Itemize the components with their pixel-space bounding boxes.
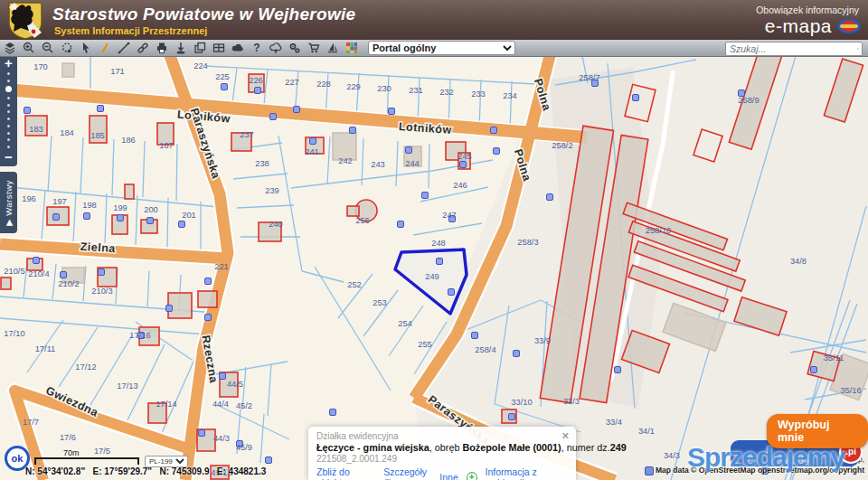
layers-panel-tab[interactable]: ▶ Warstwy — [0, 172, 17, 233]
parcel-label: 33/4 — [606, 418, 622, 427]
search-box — [725, 42, 863, 56]
address-point-icon — [389, 108, 395, 115]
plus-circle-icon[interactable]: + — [467, 472, 477, 480]
parcel-label: 210/2 — [58, 279, 79, 288]
zoom-in-button[interactable]: + — [0, 56, 17, 71]
parcel-label: 17/12 — [75, 362, 96, 372]
3d-view-icon[interactable] — [323, 41, 342, 55]
settings-icon[interactable] — [285, 41, 304, 55]
coordinates-readout: N: 54°34'02.8" E: 17°59'29.7" N: 745309.… — [25, 466, 266, 476]
svg-text:?: ? — [253, 42, 259, 54]
map-toolbar: ? Portal ogólny — [0, 40, 868, 57]
other-link[interactable]: Inne — [439, 472, 458, 480]
app-header: Starostwo Powiatowe w Wejherowie System … — [0, 0, 868, 40]
cloud-shape-icon[interactable] — [228, 41, 247, 55]
table-icon[interactable] — [209, 41, 228, 55]
parcel-label: 247 — [442, 211, 457, 220]
parcel-label: 234 — [503, 91, 517, 100]
parcel-label: 239 — [265, 186, 279, 195]
copy-view-icon[interactable] — [190, 41, 209, 55]
parcel-label: 221 — [214, 262, 229, 271]
info-obligation-link[interactable]: Obowiązek informacyjny — [756, 5, 859, 15]
parcel-identifier: 221508_2.0001.249 — [316, 454, 568, 464]
parcel-label: 44/4 — [212, 400, 229, 409]
parcel-label: 17/6 — [60, 433, 76, 442]
parcel-label: 224 — [193, 61, 208, 71]
help-icon[interactable]: ? — [247, 41, 266, 55]
parcel-label: 227 — [285, 78, 299, 87]
address-point-icon — [514, 351, 520, 357]
parcel-label: 244 — [405, 159, 420, 168]
link-icon[interactable] — [133, 41, 152, 55]
parcel-label: 200 — [144, 205, 158, 214]
parcel-label: 258/7 — [579, 73, 599, 82]
parcel-label: 248 — [431, 239, 446, 248]
scale-bar — [34, 457, 139, 465]
parcel-label: 34/1 — [638, 427, 655, 436]
address-point-icon — [118, 215, 124, 221]
emapa-logo-icon — [837, 18, 861, 34]
layers-icon[interactable] — [0, 41, 19, 55]
address-point-icon — [99, 269, 105, 276]
popup-kind-label: Działka ewidencyjna — [316, 431, 568, 441]
download-point-icon[interactable] — [171, 41, 190, 55]
address-point-icon — [422, 193, 429, 199]
select-area-icon[interactable] — [57, 41, 76, 55]
try-me-button[interactable]: Wypróbuj mnie — [767, 414, 868, 448]
parcel-label: 185 — [90, 131, 105, 140]
parcel-label: 241 — [305, 147, 319, 156]
page-subtitle: System Informacji Przestrzennej — [54, 25, 207, 36]
zoom-in-icon[interactable] — [19, 41, 38, 55]
address-point-icon — [222, 84, 228, 90]
address-point-icon — [472, 333, 478, 339]
search-icon[interactable] — [857, 43, 859, 54]
parcel-label: 237 — [240, 130, 254, 139]
parcel-label: 45/2 — [236, 401, 252, 410]
parcel-label: 186 — [121, 136, 136, 145]
address-point-icon — [61, 272, 67, 278]
parcel-label: 33/10 — [511, 398, 532, 407]
parcel-label: 183 — [29, 125, 43, 134]
address-point-icon — [460, 162, 467, 168]
portal-select[interactable]: Portal ogólny — [368, 41, 515, 55]
parcel-label: 17/11 — [35, 344, 56, 353]
close-icon[interactable]: ✕ — [561, 430, 570, 442]
parcel-label: 17/7 — [23, 418, 39, 427]
address-point-icon — [294, 107, 300, 113]
parcel-label: 253 — [373, 298, 387, 307]
address-point-icon — [84, 213, 90, 220]
cart-icon[interactable] — [304, 41, 323, 55]
address-point-icon — [350, 127, 356, 134]
address-point-icon — [166, 306, 173, 312]
parcel-label: 184 — [60, 128, 74, 137]
popup-actions: Zbliż do obiektu Szczegóły (i) Inne + In… — [316, 466, 568, 480]
popup-title: Łęczyce - gmina wiejska, obręb Bożepole … — [316, 442, 568, 453]
parcel-label: 44/3 — [213, 434, 230, 443]
address-point-icon — [494, 148, 500, 155]
parcel-label: 225 — [215, 72, 230, 81]
county-crest — [7, 2, 43, 39]
zoom-out-button[interactable]: − — [0, 150, 17, 165]
emapa-brand: e-mapa — [765, 15, 832, 37]
zoom-out-icon[interactable] — [38, 41, 57, 55]
zoom-to-object-link[interactable]: Zbliż do obiektu — [316, 466, 375, 480]
print-icon[interactable] — [152, 41, 171, 55]
details-link[interactable]: Szczegóły (i) — [383, 466, 431, 480]
pointer-icon[interactable] — [76, 41, 95, 55]
map-canvas[interactable]: 1701712242252262272282292302312322332342… — [0, 0, 868, 480]
cloud-upload-icon[interactable] — [266, 41, 285, 55]
registry-info-link[interactable]: Informacja z ewidencji — [486, 466, 568, 480]
measure-icon[interactable] — [95, 41, 114, 55]
scale-label: 70m — [63, 448, 80, 457]
draw-line-icon[interactable] — [114, 41, 133, 55]
legend-colors-icon[interactable] — [342, 41, 361, 55]
zoom-slider[interactable] — [0, 71, 17, 150]
address-point-icon — [199, 430, 205, 437]
address-point-icon — [547, 194, 553, 201]
address-point-icon — [330, 409, 336, 416]
parcel-label: 35/16 — [840, 386, 861, 395]
parcel-label: 255 — [418, 340, 432, 349]
search-input[interactable] — [726, 43, 857, 54]
app-window: 1701712242252262272282292302312322332342… — [0, 0, 868, 480]
address-point-icon — [53, 214, 60, 221]
